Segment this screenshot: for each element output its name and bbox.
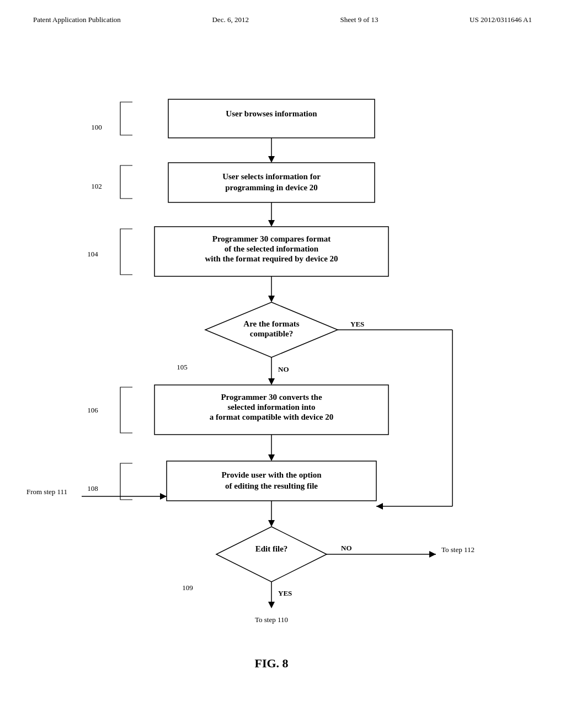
to-step-110: To step 110: [255, 615, 288, 624]
box-104-text-3: with the format required by device 20: [205, 254, 338, 263]
diamond-109-text-1: Edit file?: [255, 544, 288, 553]
sheet-label: Sheet 9 of 13: [340, 15, 379, 24]
diagram-area: text { font-family: 'Times New Roman', T…: [0, 44, 565, 706]
bracket-104: [120, 229, 132, 275]
box-102-text-2: programming in device 20: [225, 183, 318, 192]
bracket-106: [120, 387, 132, 433]
arrowhead-108-109: [268, 520, 275, 527]
box-108: [167, 461, 376, 501]
bracket-102: [120, 165, 132, 199]
arrowhead-from-111: [160, 493, 167, 500]
label-105: 105: [177, 363, 188, 371]
figure-label: FIG. 8: [254, 656, 288, 670]
patent-number: US 2012/0311646 A1: [470, 15, 532, 24]
label-106: 106: [87, 406, 98, 414]
arrowhead-yes: [376, 503, 383, 510]
box-106-text-1: Programmer 30 converts the: [221, 393, 322, 402]
box-102-text-1: User selects information for: [222, 172, 321, 181]
from-step-111-text: From step 111: [26, 488, 67, 496]
box-102: [168, 163, 375, 202]
arrowhead-105-106: [268, 378, 275, 385]
diamond-105-text-1: Are the formats: [243, 319, 300, 328]
box-100-text: User browses information: [226, 109, 317, 118]
box-104-text-1: Programmer 30 compares format: [212, 234, 331, 243]
to-step-112: To step 112: [441, 545, 475, 554]
arrowhead-100-102: [268, 156, 275, 163]
label-104: 104: [87, 250, 98, 258]
flowchart-svg: text { font-family: 'Times New Roman', T…: [0, 44, 565, 706]
arrowhead-109-yes: [268, 602, 275, 608]
box-106-text-2: selected information into: [227, 403, 315, 411]
label-100: 100: [91, 123, 102, 131]
diamond-109: [216, 527, 327, 582]
label-102: 102: [91, 182, 102, 190]
arrowhead-104-105: [268, 296, 275, 302]
box-108-text-1: Provide user with the option: [221, 470, 322, 479]
page-header: Patent Application Publication Dec. 6, 2…: [0, 0, 565, 24]
yes-label: YES: [350, 320, 364, 328]
no-label-109: NO: [341, 544, 352, 552]
yes-label-109: YES: [278, 589, 292, 597]
no-label-105: NO: [278, 365, 289, 373]
label-109: 109: [182, 584, 193, 592]
bracket-100: [120, 102, 132, 135]
label-108: 108: [87, 484, 98, 493]
box-100: [168, 99, 375, 138]
box-104-text-2: of the selected information: [225, 244, 319, 253]
diamond-105-text-2: compatible?: [250, 329, 293, 338]
box-106-text-3: a format compatible with device 20: [210, 413, 334, 421]
box-108-text-2: of editing the resulting file: [225, 481, 318, 490]
arrowhead-106-108: [268, 454, 275, 461]
publication-label: Patent Application Publication: [33, 15, 121, 24]
arrowhead-102-104: [268, 220, 275, 227]
arrowhead-109-no: [429, 551, 436, 558]
date-label: Dec. 6, 2012: [212, 15, 248, 24]
bracket-108: [120, 463, 132, 500]
